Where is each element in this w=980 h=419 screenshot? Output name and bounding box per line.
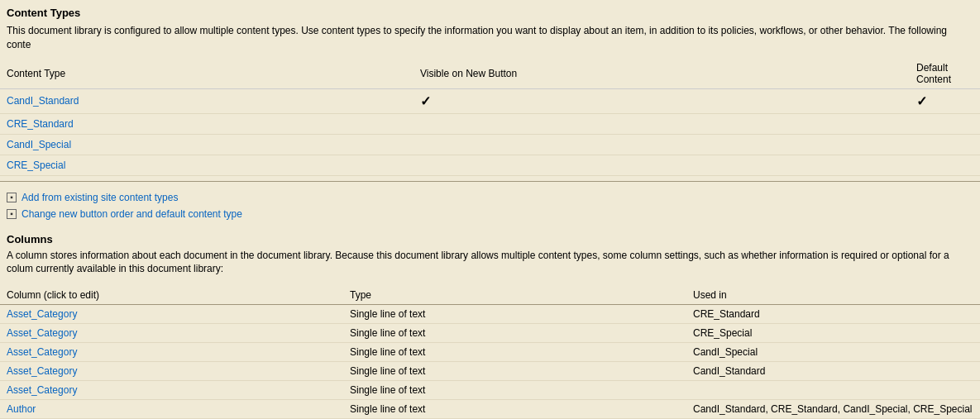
- column-name[interactable]: Asset_Category: [0, 343, 343, 362]
- content-type-name[interactable]: CRE_Standard: [0, 113, 414, 134]
- content-types-section: Content Types This document library is c…: [0, 0, 980, 230]
- column-name[interactable]: Author: [0, 400, 343, 419]
- change-button-order-link-item: ▪ Change new button order and default co…: [7, 208, 973, 220]
- col-header-type: Content Type: [0, 59, 414, 89]
- column-name[interactable]: Asset_Category: [0, 362, 343, 381]
- columns-header-row: Column (click to edit) Type Used in: [0, 286, 980, 305]
- column-usedin: CRE_Special: [686, 324, 980, 343]
- links-section: ▪ Add from existing site content types ▪…: [0, 187, 980, 230]
- add-content-type-link-item: ▪ Add from existing site content types: [7, 192, 973, 203]
- column-usedin: CRE_Standard: [686, 305, 980, 324]
- column-row: Asset_CategorySingle line of textCandI_S…: [0, 362, 980, 381]
- column-type: Single line of text: [343, 343, 686, 362]
- content-types-table: Content Type Visible on New Button Defau…: [0, 59, 980, 176]
- column-usedin: CandI_Standard: [686, 362, 980, 381]
- content-type-row: CandI_Special: [0, 134, 980, 155]
- column-row: Asset_CategorySingle line of textCRE_Sta…: [0, 305, 980, 324]
- section-divider: [0, 181, 980, 182]
- column-name[interactable]: Asset_Category: [0, 381, 343, 400]
- add-content-type-icon: ▪: [7, 193, 17, 202]
- content-type-row: CRE_Special: [0, 155, 980, 175]
- col-header-usedin: Used in: [686, 286, 980, 305]
- columns-title: Columns: [7, 233, 973, 245]
- content-type-name[interactable]: CandI_Special: [0, 134, 414, 155]
- add-content-type-link[interactable]: Add from existing site content types: [22, 192, 178, 203]
- content-type-default: [910, 134, 980, 155]
- content-type-name[interactable]: CandI_Standard: [0, 88, 414, 113]
- change-button-order-link[interactable]: Change new button order and default cont…: [22, 208, 242, 220]
- content-type-row: CandI_Standard✓✓: [0, 88, 980, 113]
- default-checkmark-icon: ✓: [916, 94, 927, 108]
- column-type: Single line of text: [343, 305, 686, 324]
- column-type: Single line of text: [343, 362, 686, 381]
- column-usedin: [686, 381, 980, 400]
- content-type-row: CRE_Standard: [0, 113, 980, 134]
- checkmark-icon: ✓: [420, 94, 431, 108]
- content-type-visible: [414, 155, 910, 175]
- columns-section: Columns A column stores information abou…: [0, 230, 980, 419]
- column-row: Asset_CategorySingle line of text: [0, 381, 980, 400]
- content-types-description: This document library is configured to a…: [0, 22, 980, 59]
- column-name[interactable]: Asset_Category: [0, 305, 343, 324]
- column-usedin: CandI_Standard, CRE_Standard, CandI_Spec…: [686, 400, 980, 419]
- col-header-default: Default Content: [910, 59, 980, 89]
- content-type-default: [910, 155, 980, 175]
- column-name[interactable]: Asset_Category: [0, 324, 343, 343]
- content-type-visible: [414, 134, 910, 155]
- col-header-visible: Visible on New Button: [414, 59, 910, 89]
- change-button-order-icon: ▪: [7, 209, 17, 219]
- content-type-visible: ✓: [414, 88, 910, 113]
- column-type: Single line of text: [343, 381, 686, 400]
- content-type-visible: [414, 113, 910, 134]
- content-type-default: ✓: [910, 88, 980, 113]
- col-header-type: Type: [343, 286, 686, 305]
- column-type: Single line of text: [343, 324, 686, 343]
- column-row: Asset_CategorySingle line of textCandI_S…: [0, 343, 980, 362]
- col-header-name: Column (click to edit): [0, 286, 343, 305]
- content-types-title: Content Types: [0, 0, 980, 22]
- column-usedin: CandI_Special: [686, 343, 980, 362]
- content-type-default: [910, 113, 980, 134]
- content-types-header-row: Content Type Visible on New Button Defau…: [0, 59, 980, 89]
- columns-description: A column stores information about each d…: [7, 249, 973, 277]
- content-type-name[interactable]: CRE_Special: [0, 155, 414, 175]
- columns-table: Column (click to edit) Type Used in Asse…: [0, 286, 980, 419]
- column-row: Asset_CategorySingle line of textCRE_Spe…: [0, 324, 980, 343]
- column-type: Single line of text: [343, 400, 686, 419]
- column-row: AuthorSingle line of textCandI_Standard,…: [0, 400, 980, 419]
